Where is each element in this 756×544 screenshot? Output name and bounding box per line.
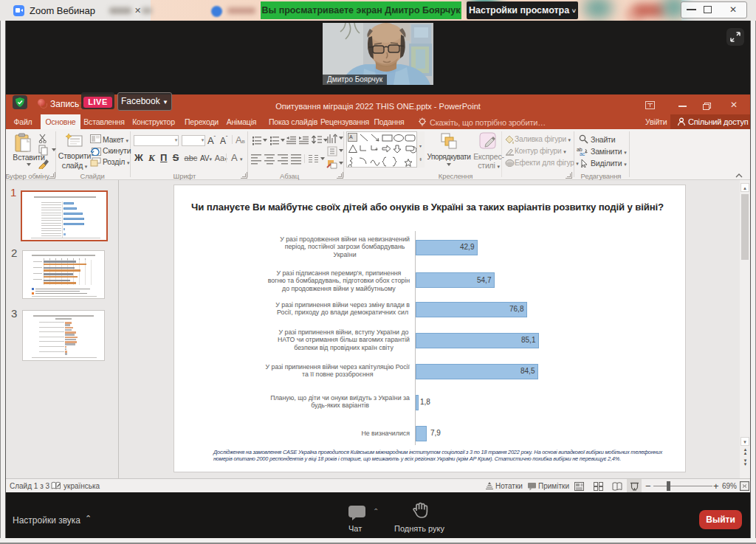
svg-text:A: A	[349, 134, 353, 140]
svg-text:ac: ac	[580, 151, 585, 156]
